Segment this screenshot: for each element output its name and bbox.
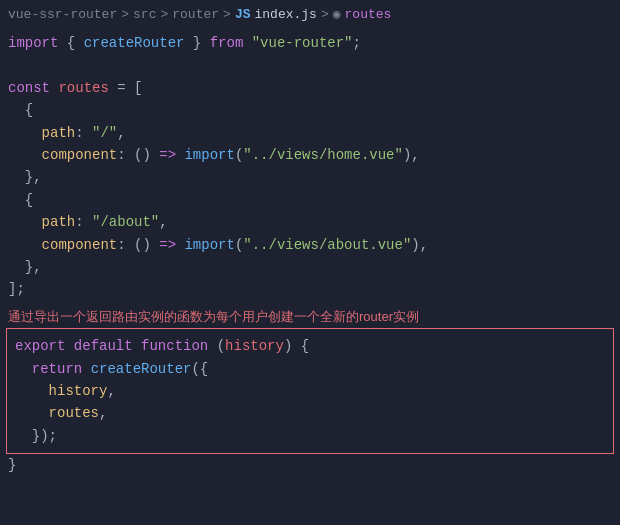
code-line-path2: path: "/about",: [0, 211, 620, 233]
export-line-3-content: history,: [15, 380, 605, 402]
export-line-4-content: routes,: [15, 402, 605, 424]
highlighted-export-block: export default function (history) { retu…: [6, 328, 614, 454]
blank1: [8, 54, 612, 76]
breadcrumb-symbol-icon: ◉: [333, 6, 341, 22]
code-line-comp1: component: () => import("../views/home.v…: [0, 144, 620, 166]
sep2: >: [160, 7, 168, 22]
export-line-2-content: return createRouter({: [15, 358, 605, 380]
breadcrumb-routes[interactable]: routes: [345, 7, 392, 22]
line-close1-content: },: [8, 166, 612, 188]
code-line-comp2: component: () => import("../views/about.…: [0, 234, 620, 256]
export-line-1-content: export default function (history) {: [15, 335, 605, 357]
breadcrumb-filename[interactable]: index.js: [254, 7, 316, 22]
export-line-5: });: [7, 425, 613, 447]
line-path2-content: path: "/about",: [8, 211, 612, 233]
sep1: >: [121, 7, 129, 22]
line-close2-content: },: [8, 256, 612, 278]
breadcrumb: vue-ssr-router > src > router > JS index…: [0, 0, 620, 28]
export-line-1: export default function (history) {: [7, 335, 613, 357]
export-line-5-content: });: [15, 425, 605, 447]
line-path1-content: path: "/",: [8, 122, 612, 144]
line-const-content: const routes = [: [8, 77, 612, 99]
code-line-open1: {: [0, 99, 620, 121]
line-open2-content: {: [8, 189, 612, 211]
code-line-close2: },: [0, 256, 620, 278]
export-line-4: routes,: [7, 402, 613, 424]
line-open1-content: {: [8, 99, 612, 121]
code-line-blank1: [0, 54, 620, 76]
code-line-const: const routes = [: [0, 77, 620, 99]
export-line-2: return createRouter({: [7, 358, 613, 380]
sep3: >: [223, 7, 231, 22]
code-container: import { createRouter } from "vue-router…: [0, 28, 620, 305]
code-line-final-close: }: [0, 454, 620, 476]
export-code-container: export default function (history) { retu…: [7, 331, 613, 451]
sep4: >: [321, 7, 329, 22]
line-1-content: import { createRouter } from "vue-router…: [8, 32, 612, 54]
breadcrumb-router[interactable]: router: [172, 7, 219, 22]
code-line-array-close: ];: [0, 278, 620, 300]
code-line-path1: path: "/",: [0, 122, 620, 144]
breadcrumb-root[interactable]: vue-ssr-router: [8, 7, 117, 22]
code-line-1: import { createRouter } from "vue-router…: [0, 32, 620, 54]
breadcrumb-js-badge: JS: [235, 7, 251, 22]
annotation-text: 通过导出一个返回路由实例的函数为每个用户创建一个全新的router实例: [0, 305, 620, 329]
export-line-3: history,: [7, 380, 613, 402]
code-line-open2: {: [0, 189, 620, 211]
line-comp1-content: component: () => import("../views/home.v…: [8, 144, 612, 166]
line-array-close-content: ];: [8, 278, 612, 300]
breadcrumb-src[interactable]: src: [133, 7, 156, 22]
line-comp2-content: component: () => import("../views/about.…: [8, 234, 612, 256]
code-line-close1: },: [0, 166, 620, 188]
final-close-content: }: [8, 454, 612, 476]
